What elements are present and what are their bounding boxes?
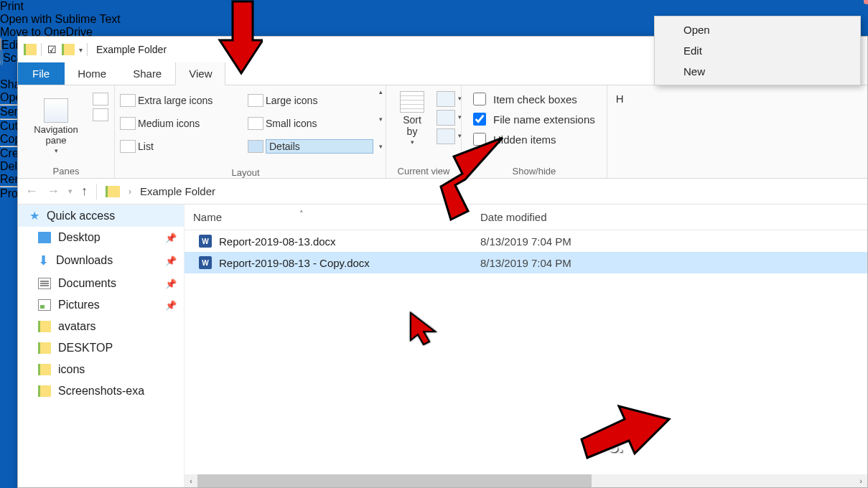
documents-icon [38,278,51,289]
panes-options [93,88,108,121]
sidebar-item-screenshots[interactable]: Screenshots-exa [18,380,184,402]
qat-newfolder-icon[interactable] [62,44,75,55]
sidebar-item-desktop[interactable]: Desktop 📌 [18,227,184,248]
sort-by-icon [400,91,424,113]
list-view[interactable]: List [138,141,246,152]
sidebar-item-downloads[interactable]: ⬇ Downloads 📌 [18,248,184,273]
forward-button[interactable]: → [47,184,60,199]
hide-selected-partial[interactable]: H [616,93,624,105]
small-icons-icon [248,117,263,130]
file-date: 8/13/2019 7:04 PM [472,235,867,248]
pin-icon: 📌 [165,255,177,266]
scroll-right-button[interactable]: › [854,474,867,487]
sort-by-button[interactable]: Sort by ▾ [392,88,432,146]
sidebar-item-avatars[interactable]: avatars [18,316,184,337]
file-date: 8/13/2019 7:04 PM [472,257,867,269]
ribbon-group-layout: Extra large icons Large icons Medium ico… [115,85,386,178]
add-columns-icon[interactable] [437,110,455,126]
scroll-track[interactable] [197,474,854,487]
star-icon: ★ [29,209,39,222]
list-icon [120,140,136,153]
tab-share[interactable]: Share [120,62,175,85]
horizontal-scrollbar[interactable]: ‹ › [185,474,867,487]
qat-properties-icon[interactable]: ☑ [46,44,57,55]
scroll-thumb[interactable] [197,474,592,487]
pictures-icon [38,299,51,311]
sidebar-item-icons[interactable]: icons [18,359,184,380]
navigation-pane-icon [44,98,68,123]
folder-icon [38,321,51,332]
file-name: Report-2019-08-13 - Copy.docx [219,257,370,269]
file-row[interactable]: W Report-2019-08-13.docx 8/13/2019 7:04 … [185,230,867,252]
extra-large-icons-icon [120,94,136,107]
pin-icon: 📌 [165,233,177,243]
group-label-panes: Panes [24,164,108,177]
context-menu: Open Edit New [654,16,861,85]
recent-locations-chevron[interactable]: ▾ [68,187,73,196]
tab-file[interactable]: File [18,62,65,85]
breadcrumb-chevron[interactable]: › [129,187,131,197]
file-row[interactable]: W Report-2019-08-13 - Copy.docx 8/13/201… [185,252,867,273]
size-columns-icon[interactable] [437,128,455,144]
group-by-icon[interactable] [437,91,455,107]
details-view[interactable]: Details [266,139,373,154]
file-pane[interactable]: Name ˄ Date modified W Report-2019-08-13… [185,205,867,487]
hidden-items[interactable]: Hidden items [473,133,595,146]
pin-icon: 📌 [165,300,177,311]
file-name: Report-2019-08-13.docx [219,235,336,248]
file-rows: W Report-2019-08-13.docx 8/13/2019 7:04 … [185,230,867,273]
up-button[interactable]: ↑ [81,184,88,199]
item-check-boxes-checkbox[interactable] [473,93,486,105]
layout-scroll[interactable]: ▴ ▾ ▾ [376,85,386,153]
small-icons[interactable]: Small icons [266,118,373,129]
large-icons-icon [248,94,263,107]
window-title: Example Folder [96,44,167,55]
desktop-icon [38,232,51,243]
group-label-show-hide: Show/hide [467,164,601,177]
column-headers: Name ˄ Date modified [185,205,867,230]
file-name-extensions[interactable]: File name extensions [473,113,595,126]
sidebar-item-pictures[interactable]: Pictures 📌 [18,294,184,316]
medium-icons-icon [120,117,136,130]
breadcrumb-current[interactable]: Example Folder [140,185,215,197]
scroll-left-button[interactable]: ‹ [185,474,197,487]
extra-large-icons[interactable]: Extra large icons [138,95,246,106]
medium-icons[interactable]: Medium icons [138,118,246,129]
file-name-extensions-checkbox[interactable] [473,113,486,126]
ribbon-group-show-hide: Item check boxes File name extensions Hi… [462,85,607,178]
details-pane-icon[interactable] [93,108,108,121]
column-name[interactable]: Name ˄ [185,211,472,223]
sidebar-quick-access[interactable]: ★ Quick access [18,205,184,227]
details-icon [248,140,263,153]
pin-icon: 📌 [165,278,177,289]
menu-print[interactable]: Print [0,0,868,13]
downloads-icon: ⬇ [38,253,49,268]
tab-home[interactable]: Home [65,62,120,85]
menu-new[interactable]: New [655,61,860,82]
hidden-items-checkbox[interactable] [473,133,486,146]
sidebar-item-desktop2[interactable]: DESKTOP [18,337,184,359]
qat-customize-chevron[interactable]: ▾ [79,46,83,54]
address-bar: ← → ▾ ↑ › Example Folder [18,179,867,205]
menu-edit[interactable]: Edit [655,40,860,61]
folder-icon [38,385,51,397]
column-options [437,88,455,144]
sort-by-label: Sort by [403,114,421,137]
ribbon-group-current-view: Sort by ▾ Current view [386,85,462,178]
explorer-window: ☑ ▾ Example Folder File Home Share View … [17,36,868,488]
layout-options: Extra large icons Large icons Medium ico… [115,85,376,166]
word-doc-icon: W [199,256,212,269]
large-icons[interactable]: Large icons [266,95,373,106]
sidebar-item-documents[interactable]: Documents 📌 [18,273,184,294]
item-check-boxes[interactable]: Item check boxes [473,93,595,105]
back-button[interactable]: ← [25,184,38,199]
menu-open[interactable]: Open [655,19,860,40]
column-date-modified[interactable]: Date modified [472,211,867,223]
breadcrumb-folder-icon[interactable] [106,186,120,197]
preview-pane-icon[interactable] [93,93,108,105]
sidebar[interactable]: ★ Quick access Desktop 📌 ⬇ Downloads 📌 D… [18,205,185,487]
group-label-layout: Layout [115,166,376,178]
tab-view[interactable]: View [175,62,225,85]
sort-indicator-icon: ˄ [299,210,304,219]
navigation-pane-button[interactable]: Navigation pane ▾ [24,88,88,164]
